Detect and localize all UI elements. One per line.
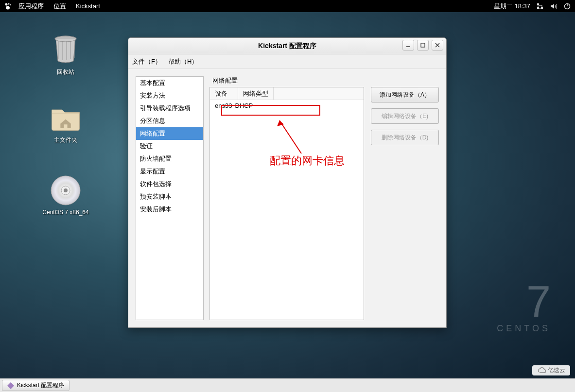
desktop-icon-trash[interactable]: 回收站	[36, 34, 95, 76]
desktop-icon-label: 回收站	[36, 68, 95, 76]
gnome-foot-icon	[4, 2, 14, 10]
cell-type: DHCP	[235, 102, 253, 109]
svg-point-0	[5, 3, 8, 5]
desktop-icon-label: 主文件夹	[36, 136, 95, 144]
svg-rect-19	[7, 382, 14, 389]
menu-file[interactable]: 文件（F）	[132, 57, 161, 66]
window-title: Kickstart 配置程序	[258, 42, 316, 51]
cell-device: ens33	[215, 102, 232, 109]
menu-help[interactable]: 帮助（H）	[168, 57, 198, 66]
menu-applications[interactable]: 应用程序	[14, 2, 49, 11]
desktop-icon-home[interactable]: 主文件夹	[36, 102, 95, 144]
sidebar-item[interactable]: 预安装脚本	[136, 190, 203, 203]
menubar: 文件（F） 帮助（H）	[128, 54, 446, 69]
svg-rect-6	[537, 7, 539, 9]
sidebar-item[interactable]: 基本配置	[136, 77, 203, 89]
sidebar-item[interactable]: 软件包选择	[136, 178, 203, 190]
svg-rect-11	[64, 124, 67, 128]
add-device-button[interactable]: 添加网络设备（A）	[371, 87, 439, 102]
folder-home-icon	[50, 102, 81, 133]
centos-watermark: 7 CENTOS	[497, 280, 551, 334]
brand-watermark: 亿速云	[532, 365, 570, 375]
cd-icon	[50, 175, 81, 206]
svg-point-2	[10, 4, 11, 5]
sidebar-item[interactable]: 网络配置	[136, 127, 203, 140]
sidebar-item[interactable]: 显示配置	[136, 165, 203, 178]
svg-rect-4	[537, 3, 539, 5]
svg-point-3	[6, 6, 10, 9]
sidebar-item[interactable]: 验证	[136, 140, 203, 153]
edit-device-button[interactable]: 编辑网络设备（E)	[371, 108, 439, 124]
top-panel: 应用程序 位置 Kickstart 星期二 18:37	[0, 0, 575, 12]
sidebar-item[interactable]: 安装方法	[136, 89, 203, 102]
kickstart-window: Kickstart 配置程序 文件（F） 帮助（H） 基本配置安装方法引导装载程…	[128, 37, 447, 328]
network-icon[interactable]	[536, 2, 544, 10]
device-table[interactable]: 设备 网络类型 ens33DHCP	[209, 87, 364, 320]
col-type[interactable]: 网络类型	[238, 87, 274, 100]
minimize-button[interactable]	[402, 40, 414, 51]
close-button[interactable]	[432, 40, 443, 51]
svg-rect-5	[541, 7, 543, 9]
titlebar[interactable]: Kickstart 配置程序	[128, 38, 446, 54]
sidebar: 基本配置安装方法引导装载程序选项分区信息网络配置验证防火墙配置显示配置软件包选择…	[136, 76, 204, 320]
desktop-icon-cd[interactable]: CentOS 7 x86_64	[36, 175, 95, 216]
svg-point-14	[64, 188, 68, 192]
taskbar: Kickstart 配置程序	[0, 378, 575, 392]
sidebar-item[interactable]: 安装后脚本	[136, 203, 203, 216]
desktop-icon-label: CentOS 7 x86_64	[36, 209, 95, 216]
sidebar-item[interactable]: 防火墙配置	[136, 153, 203, 165]
taskbar-item-label: Kickstart 配置程序	[17, 381, 64, 390]
power-icon[interactable]	[563, 2, 571, 10]
app-icon	[7, 382, 14, 389]
svg-point-1	[8, 3, 10, 4]
menu-places[interactable]: 位置	[49, 2, 71, 11]
sidebar-item[interactable]: 引导装载程序选项	[136, 102, 203, 115]
table-row[interactable]: ens33DHCP	[210, 100, 364, 111]
svg-rect-16	[421, 43, 425, 47]
taskbar-item-kickstart[interactable]: Kickstart 配置程序	[2, 380, 70, 391]
maximize-button[interactable]	[417, 40, 429, 51]
trash-icon	[50, 34, 81, 65]
col-device[interactable]: 设备	[210, 87, 238, 100]
clock[interactable]: 星期二 18:37	[494, 2, 530, 11]
delete-device-button[interactable]: 删除网络设备（D)	[371, 130, 439, 145]
panel-label-network: 网络配置	[209, 76, 439, 85]
volume-icon[interactable]	[550, 2, 558, 10]
menu-appname[interactable]: Kickstart	[71, 2, 105, 10]
sidebar-item[interactable]: 分区信息	[136, 115, 203, 127]
